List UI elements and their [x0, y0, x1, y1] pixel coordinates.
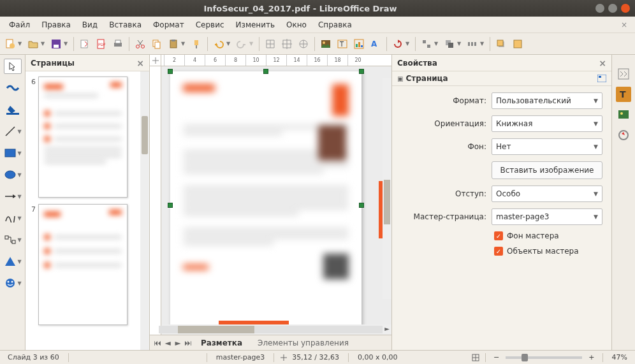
- scroll-right-icon[interactable]: ►: [383, 325, 391, 334]
- tab-next-icon[interactable]: ►: [173, 339, 183, 347]
- undo-button[interactable]: [211, 36, 226, 52]
- dropdown-arrow-icon[interactable]: ▼: [18, 172, 23, 178]
- export-pdf-button[interactable]: PDF: [94, 36, 109, 52]
- dropdown-arrow-icon[interactable]: ▼: [249, 41, 254, 47]
- background-select[interactable]: Нет▼: [492, 138, 602, 155]
- format-select[interactable]: Пользовательский▼: [492, 92, 602, 109]
- menu-file[interactable]: Файл: [4, 18, 35, 31]
- cut-button[interactable]: [133, 36, 148, 52]
- align-button[interactable]: [419, 36, 434, 52]
- insert-image-button[interactable]: Вставить изображение: [492, 161, 602, 179]
- navigator-tab-icon[interactable]: [616, 127, 631, 143]
- grid-button[interactable]: [263, 36, 278, 52]
- ruler-origin[interactable]: [150, 55, 161, 66]
- close-button[interactable]: [621, 4, 630, 13]
- properties-tab-icon[interactable]: [616, 66, 631, 82]
- open-button[interactable]: [26, 36, 41, 52]
- save-button[interactable]: [48, 36, 64, 52]
- dropdown-arrow-icon[interactable]: ▼: [18, 259, 23, 265]
- line-color-tool[interactable]: [4, 80, 22, 96]
- select-tool[interactable]: [4, 59, 22, 74]
- guides-button[interactable]: [296, 36, 311, 52]
- insert-chart-button[interactable]: [351, 36, 367, 52]
- dropdown-arrow-icon[interactable]: ▼: [18, 215, 23, 221]
- dropdown-arrow-icon[interactable]: ▼: [64, 41, 69, 47]
- section-page-header[interactable]: ▣ Страница: [392, 71, 611, 86]
- dropdown-arrow-icon[interactable]: ▼: [18, 150, 23, 156]
- tab-layout[interactable]: Разметка: [193, 337, 250, 349]
- pages-thumbnail-list[interactable]: 6 7: [26, 71, 149, 350]
- dropdown-arrow-icon[interactable]: ▼: [18, 129, 23, 135]
- rectangle-tool[interactable]: [1, 145, 19, 161]
- menu-edit[interactable]: Правка: [36, 18, 76, 31]
- maximize-button[interactable]: [608, 4, 617, 13]
- insert-fontwork-button[interactable]: A: [368, 36, 383, 52]
- connector-tool[interactable]: [1, 232, 19, 247]
- master-background-checkbox[interactable]: ✓: [494, 231, 503, 240]
- fill-color-tool[interactable]: [4, 102, 22, 117]
- tab-first-icon[interactable]: ⏮: [152, 339, 163, 347]
- dropdown-arrow-icon[interactable]: ▼: [18, 280, 23, 286]
- zoom-out-icon[interactable]: −: [491, 353, 502, 361]
- close-icon[interactable]: ×: [136, 58, 144, 68]
- menu-tools[interactable]: Сервис: [191, 18, 230, 31]
- master-objects-checkbox[interactable]: ✓: [494, 247, 503, 256]
- menu-view[interactable]: Вид: [77, 18, 103, 31]
- dropdown-arrow-icon[interactable]: ▼: [41, 41, 46, 47]
- menu-modify[interactable]: Изменить: [231, 18, 281, 31]
- close-icon[interactable]: ×: [599, 58, 606, 68]
- canvas-viewport[interactable]: [161, 66, 391, 324]
- copy-button[interactable]: [149, 36, 164, 52]
- dropdown-arrow-icon[interactable]: ▼: [480, 41, 485, 47]
- ellipse-tool[interactable]: [1, 167, 19, 182]
- curve-tool[interactable]: [1, 210, 19, 226]
- menubar-close-icon[interactable]: ×: [617, 20, 631, 29]
- fit-page-icon[interactable]: [471, 353, 480, 362]
- dropdown-arrow-icon[interactable]: ▼: [457, 41, 462, 47]
- horizontal-scrollbar[interactable]: ◄ ►: [150, 324, 391, 335]
- dropdown-arrow-icon[interactable]: ▼: [18, 237, 23, 243]
- zoom-in-icon[interactable]: +: [586, 353, 597, 361]
- dropdown-arrow-icon[interactable]: ▼: [18, 41, 23, 47]
- master-page-select[interactable]: master-page3▼: [492, 208, 602, 225]
- zoom-slider[interactable]: [506, 356, 582, 359]
- dropdown-arrow-icon[interactable]: ▼: [405, 41, 411, 47]
- page-thumb[interactable]: 7: [29, 204, 145, 325]
- styles-tab-icon[interactable]: T: [616, 87, 631, 102]
- shadow-button[interactable]: [493, 36, 509, 52]
- pages-scrollbar[interactable]: [140, 71, 149, 350]
- redo-button[interactable]: [234, 36, 249, 52]
- more-options-icon[interactable]: [597, 75, 606, 82]
- crop-button[interactable]: [510, 36, 525, 52]
- margin-select[interactable]: Особо▼: [492, 186, 602, 202]
- tab-prev-icon[interactable]: ◄: [163, 339, 173, 347]
- line-tool[interactable]: [1, 124, 19, 139]
- menu-format[interactable]: Формат: [148, 18, 189, 31]
- dropdown-arrow-icon[interactable]: ▼: [18, 194, 23, 200]
- new-doc-button[interactable]: [3, 36, 18, 52]
- arrange-button[interactable]: [442, 36, 457, 52]
- tab-controls[interactable]: Элементы управления: [250, 337, 356, 349]
- export-button[interactable]: [77, 36, 92, 52]
- tab-last-icon[interactable]: ⏭: [183, 339, 193, 347]
- gallery-tab-icon[interactable]: [616, 107, 631, 122]
- snap-button[interactable]: [279, 36, 295, 52]
- basic-shapes-tool[interactable]: [1, 254, 19, 269]
- vertical-ruler[interactable]: [150, 66, 161, 335]
- status-master[interactable]: master-page3: [212, 353, 269, 361]
- status-zoom[interactable]: 47%: [608, 353, 631, 361]
- insert-image-button[interactable]: [318, 36, 333, 52]
- horizontal-ruler[interactable]: 2468101214161820: [150, 55, 391, 66]
- dropdown-arrow-icon[interactable]: ▼: [434, 41, 439, 47]
- orientation-select[interactable]: Книжная▼: [492, 115, 602, 132]
- menu-help[interactable]: Справка: [313, 18, 357, 31]
- insert-textbox-button[interactable]: T: [335, 36, 350, 52]
- menu-insert[interactable]: Вставка: [104, 18, 147, 31]
- clone-format-button[interactable]: [189, 36, 204, 52]
- symbol-shapes-tool[interactable]: [1, 275, 19, 291]
- menu-window[interactable]: Окно: [281, 18, 312, 31]
- collapse-icon[interactable]: ▣: [397, 75, 403, 82]
- dropdown-arrow-icon[interactable]: ▼: [181, 41, 186, 47]
- distribute-button[interactable]: [465, 36, 480, 52]
- minimize-button[interactable]: [595, 4, 604, 13]
